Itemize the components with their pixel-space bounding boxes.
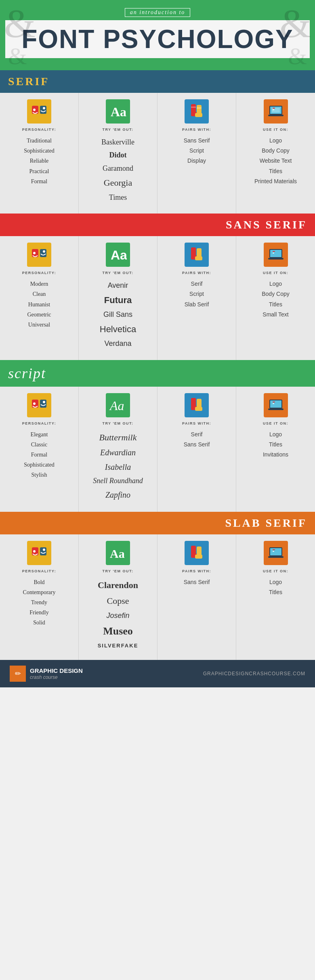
list-item: Clarendon <box>84 577 152 593</box>
script-content: PERSONALITY: Elegant Classic Formal Soph… <box>0 387 315 512</box>
sans-personality-label: PERSONALITY: <box>5 271 74 275</box>
svg-rect-56 <box>268 556 284 558</box>
svg-point-3 <box>43 107 45 109</box>
pencil-icon: ✏ <box>15 669 21 678</box>
list-item: Geometric <box>5 310 74 320</box>
svg-point-19 <box>33 252 36 254</box>
slab-useit-col: USE IT ON: Logo Titles <box>236 534 315 660</box>
list-item: Small Text <box>241 310 310 320</box>
svg-rect-1 <box>40 106 46 114</box>
laptop-icon <box>264 541 288 565</box>
slab-content: PERSONALITY: Bold Contemporary Trendy Fr… <box>0 534 315 660</box>
sans-content: PERSONALITY: Modern Clean Humanist Geome… <box>0 236 315 360</box>
list-item: Script <box>162 146 231 156</box>
slab-section-header: SLAB SERIF <box>0 512 315 534</box>
aa-svg: Aa <box>109 544 127 562</box>
mask-svg <box>30 246 48 264</box>
header-deco-br: & <box>288 42 307 70</box>
list-item: Futura <box>84 292 152 308</box>
sans-tryout-list: Avenir Futura Gill Sans Helvetica Verdan… <box>84 279 152 350</box>
header-deco-bl: & <box>8 42 27 70</box>
svg-rect-58 <box>273 551 274 552</box>
slab-useit-label: USE IT ON: <box>241 569 310 573</box>
list-item: Logo <box>241 279 310 289</box>
socks-icon <box>185 99 209 124</box>
list-item: Practical <box>5 166 74 176</box>
svg-rect-30 <box>273 253 274 253</box>
list-item: Garamond <box>84 162 152 175</box>
sans-section-header: SANS SERIF <box>0 214 315 236</box>
svg-point-47 <box>33 550 36 553</box>
svg-rect-53 <box>195 555 202 559</box>
script-useit-label: USE IT ON: <box>241 421 310 425</box>
list-item: Clean <box>5 289 74 299</box>
socks-svg <box>188 544 206 562</box>
svg-rect-42 <box>268 408 284 410</box>
list-item: Script <box>162 289 231 299</box>
list-item: Titles <box>241 299 310 310</box>
list-item: Trendy <box>5 597 74 607</box>
laptop-icon <box>264 243 288 267</box>
list-item: Snell Roundhand <box>84 474 152 487</box>
socks-svg <box>188 246 206 264</box>
slab-tryout-col: Aa TRY 'EM OUT: Clarendon Copse Josefin … <box>79 534 158 660</box>
laptop-svg <box>267 103 285 120</box>
serif-pairs-list: Sans Serif Script Display <box>162 136 231 166</box>
svg-rect-32 <box>40 400 46 408</box>
svg-rect-44 <box>273 403 274 404</box>
script-personality-list: Elegant Classic Formal Sophisticated Sty… <box>5 429 74 480</box>
list-item: Stylish <box>5 470 74 480</box>
svg-rect-16 <box>273 109 274 110</box>
serif-personality-list: Traditional Sophisticated Reliable Pract… <box>5 136 74 186</box>
serif-useit-list: Logo Body Copy Website Text Titles Print… <box>241 136 310 186</box>
slab-tryout-label: TRY 'EM OUT: <box>84 569 152 573</box>
list-item: Traditional <box>5 136 74 146</box>
svg-rect-52 <box>197 547 202 555</box>
sans-personality-col: PERSONALITY: Modern Clean Humanist Geome… <box>0 236 79 360</box>
svg-rect-8 <box>195 113 202 117</box>
script-tryout-col: Aa TRY 'EM OUT: Buttermilk Edwardian Isa… <box>79 387 158 512</box>
list-item: Serif <box>162 429 231 440</box>
svg-rect-25 <box>195 256 202 260</box>
svg-rect-5 <box>191 104 196 113</box>
slab-pairs-list: Sans Serif <box>162 577 231 587</box>
list-item: Contemporary <box>5 587 74 597</box>
svg-rect-29 <box>273 251 275 252</box>
sans-pairs-list: Serif Script Slab Serif <box>162 279 231 310</box>
list-item: Copse <box>84 593 152 609</box>
slab-tryout-list: Clarendon Copse Josefin Museo SILVERFAKE <box>84 577 152 651</box>
slab-useit-list: Logo Titles <box>241 577 310 597</box>
list-item: Gill Sans <box>84 308 152 321</box>
aa-svg: Aa <box>109 103 127 120</box>
svg-rect-7 <box>197 105 202 114</box>
mask-icon <box>27 541 51 565</box>
list-item: Classic <box>5 440 74 450</box>
socks-icon <box>185 541 209 565</box>
svg-rect-46 <box>40 547 46 555</box>
list-item: Times <box>84 191 152 204</box>
sans-personality-list: Modern Clean Humanist Geometric Universa… <box>5 279 74 330</box>
list-item: Zapfino <box>84 488 152 502</box>
serif-personality-label: PERSONALITY: <box>5 128 74 132</box>
list-item: Didot <box>84 149 152 161</box>
svg-rect-57 <box>273 549 275 550</box>
serif-section-header: SERIF <box>0 70 315 93</box>
serif-tryout-list: Baskerville Didot Garamond Georgia Times <box>84 136 152 204</box>
svg-rect-38 <box>197 399 202 408</box>
script-tryout-label: TRY 'EM OUT: <box>84 421 152 425</box>
svg-point-2 <box>33 109 36 111</box>
svg-point-34 <box>43 401 45 403</box>
list-item: Sans Serif <box>162 440 231 450</box>
list-item: Titles <box>241 440 310 450</box>
list-item: Website Text <box>241 156 310 166</box>
list-item: Logo <box>241 577 310 587</box>
aa-icon: Aa <box>106 99 130 124</box>
mask-svg <box>30 103 48 120</box>
list-item: Modern <box>5 279 74 289</box>
list-item: Body Copy <box>241 146 310 156</box>
svg-point-33 <box>33 402 36 405</box>
list-item: Slab Serif <box>162 299 231 310</box>
svg-rect-24 <box>197 248 202 257</box>
svg-rect-14 <box>268 115 284 116</box>
svg-text:Aa: Aa <box>111 105 126 119</box>
